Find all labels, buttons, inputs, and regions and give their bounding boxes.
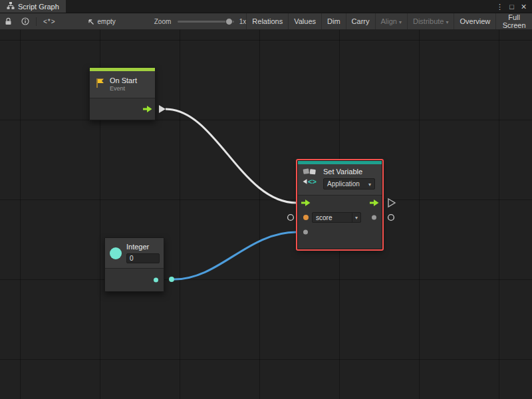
node-header: Integer 0 xyxy=(105,238,164,268)
node-title: On Start xyxy=(110,76,137,85)
chevron-down-icon[interactable] xyxy=(352,213,360,222)
node-subtitle: Event xyxy=(110,85,137,92)
window-controls: ⋮ □ × xyxy=(495,0,532,13)
chevron-down-icon xyxy=(446,17,448,25)
zoom-slider-knob[interactable] xyxy=(225,18,233,25)
code-icon: <*> xyxy=(43,18,56,25)
window-menu-button[interactable]: ⋮ xyxy=(495,1,505,13)
align-label: Align xyxy=(381,17,397,25)
toolbar-button-group: Relations Values Dim Carry Align Distrib… xyxy=(246,13,532,29)
maximize-button[interactable]: □ xyxy=(507,1,517,13)
close-button[interactable]: × xyxy=(519,1,529,13)
control-output-port[interactable] xyxy=(369,200,379,207)
variable-name-port[interactable] xyxy=(303,215,309,220)
tab-title: Script Graph xyxy=(18,3,59,11)
node-ports xyxy=(105,268,164,291)
integer-value-input[interactable]: 0 xyxy=(126,253,160,263)
script-graph-icon xyxy=(7,2,15,11)
align-button[interactable]: Align xyxy=(375,13,407,29)
info-icon xyxy=(21,17,29,25)
graph-breadcrumb[interactable]: empty xyxy=(87,18,116,25)
node-set-variable[interactable]: <> Set Variable Application xyxy=(297,160,382,249)
chevron-down-icon xyxy=(368,180,371,188)
on-start-output-connector-icon[interactable] xyxy=(159,105,166,113)
control-input-port[interactable] xyxy=(301,200,311,207)
node-title: Set Variable xyxy=(323,168,378,176)
flag-icon xyxy=(95,78,105,91)
variable-scope-value: Application xyxy=(327,180,360,188)
chevron-down-icon xyxy=(399,17,402,25)
integer-output-port[interactable] xyxy=(154,278,158,283)
zoom-label: Zoom xyxy=(154,18,172,25)
lock-icon xyxy=(5,17,12,25)
distribute-label: Distribute xyxy=(413,17,444,25)
variable-name-dropdown[interactable]: score xyxy=(312,212,361,223)
overview-button[interactable]: Overview xyxy=(454,13,495,29)
node-title: Integer xyxy=(126,243,160,251)
distribute-button[interactable]: Distribute xyxy=(407,13,454,29)
zoom-value: 1x xyxy=(239,18,247,25)
node-integer[interactable]: Integer 0 xyxy=(104,237,164,292)
pointer-icon xyxy=(87,18,94,25)
breadcrumb-label: empty xyxy=(98,18,116,25)
toolbar-divider xyxy=(36,17,37,26)
output-value-port[interactable] xyxy=(372,215,376,220)
tab-script-graph[interactable]: Script Graph xyxy=(0,0,66,13)
set-variable-icon: <> xyxy=(302,168,318,189)
code-view-button[interactable]: <*> xyxy=(39,13,61,29)
connections-layer xyxy=(0,30,532,399)
carry-button[interactable]: Carry xyxy=(346,13,375,29)
integer-type-icon xyxy=(110,247,122,259)
node-header: <> Set Variable Application xyxy=(298,164,382,195)
set-variable-output-connector-icon[interactable] xyxy=(388,199,395,207)
graph-toolbar: <*> empty Zoom 1x Relations Values Dim C… xyxy=(0,13,532,30)
variable-name-value: score xyxy=(313,214,352,221)
zoom-slider[interactable] xyxy=(178,21,233,23)
node-header: On Start Event xyxy=(90,71,155,98)
graph-canvas[interactable]: On Start Event <> xyxy=(0,30,532,399)
variable-scope-dropdown[interactable]: Application xyxy=(323,178,375,190)
node-ports: score xyxy=(298,195,382,249)
full-screen-button[interactable]: Full Screen xyxy=(495,13,532,29)
set-variable-right-connector-icon[interactable] xyxy=(388,215,394,221)
integer-output-connector-icon[interactable] xyxy=(169,277,174,282)
node-on-start[interactable]: On Start Event xyxy=(89,67,156,120)
wire-control-flow[interactable] xyxy=(166,109,297,203)
set-variable-left-connector-icon[interactable] xyxy=(288,215,294,221)
wire-value-flow[interactable] xyxy=(174,232,297,279)
node-ports xyxy=(90,98,155,120)
relations-button[interactable]: Relations xyxy=(246,13,288,29)
control-output-port[interactable] xyxy=(142,106,152,113)
dim-button[interactable]: Dim xyxy=(321,13,346,29)
svg-text:<>: <> xyxy=(308,178,317,186)
values-button[interactable]: Values xyxy=(288,13,321,29)
input-value-port[interactable] xyxy=(303,230,308,235)
node-footer xyxy=(298,239,382,249)
lock-button[interactable] xyxy=(0,13,17,29)
window-titlebar: Script Graph ⋮ □ × xyxy=(0,0,532,13)
info-button[interactable] xyxy=(17,13,34,29)
